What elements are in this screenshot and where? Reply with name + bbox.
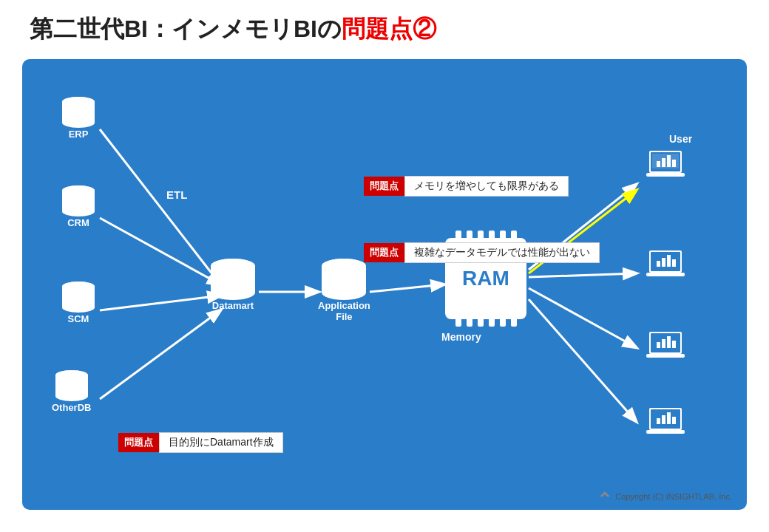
svg-rect-51 bbox=[646, 273, 685, 276]
svg-rect-55 bbox=[662, 339, 665, 348]
crm-db: CRM bbox=[59, 185, 98, 228]
svg-point-24 bbox=[62, 282, 95, 292]
svg-rect-63 bbox=[667, 412, 671, 424]
appfile-icon: Application File bbox=[318, 259, 370, 322]
laptop-mid-bottom bbox=[643, 329, 688, 364]
svg-rect-49 bbox=[667, 255, 671, 267]
svg-rect-50 bbox=[672, 259, 676, 267]
svg-line-4 bbox=[100, 296, 220, 310]
svg-point-28 bbox=[55, 370, 88, 381]
page-title: 第二世代BI：インメモリBIの問題点② bbox=[0, 0, 769, 53]
svg-point-31 bbox=[211, 285, 255, 300]
svg-point-16 bbox=[62, 97, 95, 107]
svg-point-20 bbox=[62, 185, 95, 196]
laptop-top bbox=[643, 148, 688, 183]
svg-line-2 bbox=[100, 129, 220, 284]
svg-line-3 bbox=[100, 218, 220, 284]
svg-rect-44 bbox=[646, 173, 685, 177]
svg-point-36 bbox=[322, 259, 366, 273]
svg-rect-61 bbox=[657, 418, 660, 424]
copyright: Copyright (C) INSIGHTLAB, Inc. bbox=[599, 491, 732, 502]
erp-db: ERP bbox=[59, 96, 98, 140]
laptop-mid-top bbox=[643, 248, 688, 283]
svg-line-12 bbox=[529, 299, 636, 421]
svg-rect-64 bbox=[672, 417, 676, 424]
problem-badge-2: 問題点 複雑なデータモデルでは性能が出ない bbox=[364, 242, 600, 263]
svg-point-15 bbox=[62, 117, 95, 128]
svg-point-23 bbox=[62, 302, 95, 313]
svg-rect-57 bbox=[672, 341, 676, 348]
svg-point-27 bbox=[55, 391, 88, 401]
svg-line-11 bbox=[529, 288, 636, 347]
svg-line-10 bbox=[529, 273, 636, 277]
svg-rect-41 bbox=[662, 158, 665, 167]
diagram-area: ERP CRM SCM OtherDB ETL Datamart Applica… bbox=[22, 59, 747, 510]
problem-badge-1: 問題点 メモリを増やしても限界がある bbox=[364, 176, 569, 197]
svg-rect-40 bbox=[657, 161, 660, 167]
problem-badge-3: 問題点 目的別にDatamart作成 bbox=[118, 432, 283, 453]
svg-rect-54 bbox=[657, 342, 660, 348]
datamart-icon: Datamart bbox=[207, 259, 259, 311]
memory-label: Memory bbox=[441, 331, 481, 343]
scm-db: SCM bbox=[59, 281, 98, 324]
svg-point-19 bbox=[62, 206, 95, 216]
svg-rect-42 bbox=[667, 155, 671, 167]
svg-line-7 bbox=[370, 284, 444, 292]
svg-rect-56 bbox=[667, 336, 671, 348]
svg-rect-58 bbox=[646, 354, 685, 358]
svg-rect-48 bbox=[662, 258, 665, 267]
svg-point-32 bbox=[211, 259, 255, 273]
etl-label: ETL bbox=[166, 188, 187, 201]
laptop-bottom bbox=[643, 405, 688, 440]
otherdb-db: OtherDB bbox=[52, 369, 91, 413]
svg-point-35 bbox=[322, 285, 366, 300]
svg-rect-47 bbox=[657, 261, 660, 267]
svg-rect-43 bbox=[672, 160, 676, 167]
svg-line-5 bbox=[100, 310, 220, 399]
user-label: User bbox=[669, 133, 692, 145]
svg-rect-62 bbox=[662, 415, 665, 424]
svg-rect-65 bbox=[646, 430, 685, 434]
